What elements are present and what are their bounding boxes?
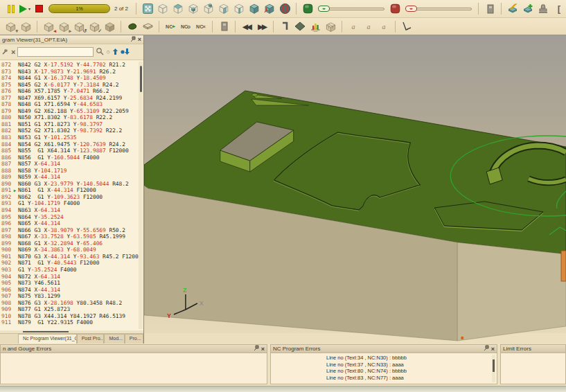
gcode-line[interactable]: 872N842 G2 X-17.5192 Y-44.7702 R21.2 xyxy=(0,62,143,69)
stock-slab-button[interactable] xyxy=(140,19,155,34)
close-icon[interactable]: × xyxy=(138,37,141,42)
measure-angle-button[interactable]: a xyxy=(376,19,391,34)
gcode-line[interactable]: 895N864 Y-35.2524 xyxy=(0,214,143,221)
panel-toggle-button[interactable] xyxy=(482,1,497,17)
nc-cut-button[interactable]: NC× xyxy=(193,19,209,34)
match-circle-icon[interactable]: ○ xyxy=(106,48,109,55)
gcode-line[interactable]: 887N857 X-64.314 xyxy=(0,161,143,168)
gcode-line[interactable]: 878N848 G1 X71.6594 Y-44.6583 xyxy=(0,101,143,108)
gcode-line[interactable]: 894N863 X-64.314 xyxy=(0,207,143,214)
stop-button[interactable] xyxy=(32,1,46,17)
gcode-listing[interactable]: 872N842 G2 X-17.5192 Y-44.7702 R21.2873N… xyxy=(0,60,143,330)
gcode-line[interactable]: 880N850 X71.8302 Y-83.6178 R22.2 xyxy=(0,114,143,121)
gcode-line[interactable]: 898N867 X-33.7528 Y-63.5985 R45.1999 xyxy=(0,233,143,240)
gcode-line[interactable]: 886N856 G1 Y-160.5044 F4000 xyxy=(0,154,143,161)
pin-icon[interactable] xyxy=(484,345,489,353)
scrollbar-thumb[interactable] xyxy=(140,66,142,92)
hscrollbar-thumb[interactable] xyxy=(23,331,69,332)
code-scrollbar[interactable] xyxy=(139,62,143,329)
gcode-line[interactable]: 906N874 X-44.314 xyxy=(0,287,143,294)
gcode-line[interactable]: 885N855 G1 X64.314 Y-123.9887 F12000 xyxy=(0,148,143,154)
error-line[interactable]: Line no (Text:34 , NC:N30) : bbbbb xyxy=(271,355,497,362)
gcode-line[interactable]: 877N847 X69.6157 Y-25.6834 R24.2199 xyxy=(0,95,143,102)
gcode-line[interactable]: 883N853 G1 Y-101.2535 xyxy=(0,134,143,141)
view-cube-inner-button[interactable] xyxy=(186,1,201,17)
gcode-line[interactable]: 891▶N861 G1 X-44.314 F12000 xyxy=(0,187,143,194)
gcode-line[interactable]: 893G1 Y-104.1719 F4000 xyxy=(0,200,143,207)
fast-forward-button[interactable]: ▶▶ xyxy=(254,19,269,34)
view-cube-axes-button[interactable] xyxy=(262,1,277,17)
gcode-line[interactable]: 876N846 X57.1785 Y-7.0471 R66.2 xyxy=(0,88,143,95)
add-annotation-button[interactable] xyxy=(520,1,536,17)
gcode-line[interactable]: 889N859 X-44.314 xyxy=(0,174,143,181)
find-next-icon[interactable] xyxy=(121,46,130,58)
rewind-button[interactable]: ◀◀ xyxy=(239,19,254,34)
stock-block-button[interactable] xyxy=(102,19,117,34)
search-input[interactable] xyxy=(17,47,94,57)
tool-transparency-slider[interactable]: ◂▸ xyxy=(403,1,475,17)
view-cube-wireframe-button[interactable] xyxy=(155,1,170,17)
gcode-line[interactable]: 881N851 G1 X71.8273 Y-98.3797 xyxy=(0,121,143,128)
fit-view-button[interactable] xyxy=(140,1,155,17)
panel-tab-3[interactable]: Pro... xyxy=(125,334,143,344)
panel-tab-1[interactable]: Post Pro... xyxy=(77,334,105,344)
clip-frame-button[interactable]: [ xyxy=(551,1,566,17)
gcode-line[interactable]: 907N875 Y83.1299 xyxy=(0,293,143,300)
gcode-line[interactable]: 884N854 G2 X61.9475 Y-120.7639 R24.2 xyxy=(0,141,143,148)
axis-vector-button[interactable] xyxy=(399,19,414,34)
error-line[interactable]: Line no (Text:80 , NC:N74) : bbbbb xyxy=(271,368,497,375)
view-cube-corner-button[interactable] xyxy=(201,1,216,17)
panel-tab-0[interactable]: Nc Program Viewer(31_OP... xyxy=(18,334,77,344)
export-program-button[interactable] xyxy=(216,19,231,34)
close-icon[interactable]: × xyxy=(491,346,495,352)
play-button[interactable]: ▾ xyxy=(18,1,32,17)
gcode-line[interactable]: 902N871 G1 Y-40.5443 F12000 xyxy=(0,260,143,267)
stock-mill-button[interactable]: ▾ xyxy=(3,19,18,34)
errors-scrollbar[interactable] xyxy=(492,355,495,382)
gcode-line[interactable]: 900N869 X-34.3863 Y-68.0049 xyxy=(0,247,143,253)
tool-hammer-icon[interactable] xyxy=(1,46,9,58)
edit-annotation-button[interactable] xyxy=(505,1,520,17)
pin-icon[interactable] xyxy=(130,36,136,44)
close-icon[interactable]: × xyxy=(261,346,265,352)
tool-on-part-button[interactable] xyxy=(292,19,308,34)
gcode-line[interactable]: 892N862 G1 Y-109.3623 F12000 xyxy=(0,194,143,201)
nc-time-button[interactable]: NCo xyxy=(178,19,193,34)
gouge-errors-body[interactable] xyxy=(0,353,267,384)
stock-remove-button[interactable]: ◂ xyxy=(41,19,56,34)
nc-program-errors-body[interactable]: Line no (Text:34 , NC:N30) : bbbbbLine n… xyxy=(270,353,497,384)
gcode-line[interactable]: 904N872 X-64.314 xyxy=(0,274,143,280)
stock-transparency-button[interactable] xyxy=(300,1,315,17)
gcode-line[interactable]: 873N843 X-17.9873 Y-21.9691 R26.2 xyxy=(0,69,143,75)
gcode-line[interactable]: 909N877 G1 X25.8723 xyxy=(0,306,143,313)
view-cube-slice-button[interactable] xyxy=(231,1,247,17)
search-icon[interactable] xyxy=(96,46,104,58)
gcode-line[interactable]: 874N844 G1 X-16.3748 Y-18.4509 xyxy=(0,75,143,82)
gcode-line[interactable]: 897N866 G3 X-38.9079 Y-55.6569 R50.2 xyxy=(0,227,143,234)
stock-fixture-button[interactable]: ▸ xyxy=(56,19,71,34)
gcode-line[interactable]: 901N870 G3 X-44.314 Y-93.463 R45.2 F1200… xyxy=(0,253,143,260)
section-sphere-button[interactable] xyxy=(277,1,292,17)
gcode-line[interactable]: 896N865 X-44.314 xyxy=(0,220,143,227)
result-chart-button[interactable] xyxy=(308,19,323,34)
gcode-line[interactable]: 911N879 G1 Y22.9315 F4000 xyxy=(0,319,143,326)
stock-transparency-slider[interactable]: ◂▸ xyxy=(315,1,387,17)
measure-distance-button[interactable]: a xyxy=(346,19,361,34)
gcode-line[interactable]: 908N876 G3 X-28.1698 Y80.3458 R48.2 xyxy=(0,300,143,307)
error-line[interactable]: Line no (Text:37 , NC:N33) : aaaa xyxy=(271,362,497,368)
gcode-line[interactable]: 910N878 G3 X44.314 Y84.1927 R46.5139 xyxy=(0,313,143,320)
gcode-line[interactable]: 888N858 Y-104.1719 xyxy=(0,168,143,175)
tool-transparency-button[interactable] xyxy=(387,1,403,17)
gcode-line[interactable]: 905N873 Y46.5611 xyxy=(0,280,143,287)
view-cube-solid-button[interactable] xyxy=(247,1,262,17)
panel-tab-2[interactable]: Mod... xyxy=(104,334,124,344)
gcode-line[interactable]: 899N868 G1 X-32.2894 Y-65.406 xyxy=(0,240,143,247)
nc-add-button[interactable]: NC+ xyxy=(163,19,178,34)
mesh-box-button[interactable] xyxy=(323,19,338,34)
gcode-line[interactable]: 882N852 G2 X71.8302 Y-98.7392 R22.2 xyxy=(0,127,143,134)
stock-solid-button[interactable] xyxy=(18,19,33,34)
find-previous-icon[interactable] xyxy=(112,46,118,58)
pin-icon[interactable] xyxy=(254,345,259,353)
viewport-3d[interactable]: Z Y X xyxy=(144,35,566,344)
gcode-line[interactable]: 903G1 Y-35.2524 F4000 xyxy=(0,267,143,274)
